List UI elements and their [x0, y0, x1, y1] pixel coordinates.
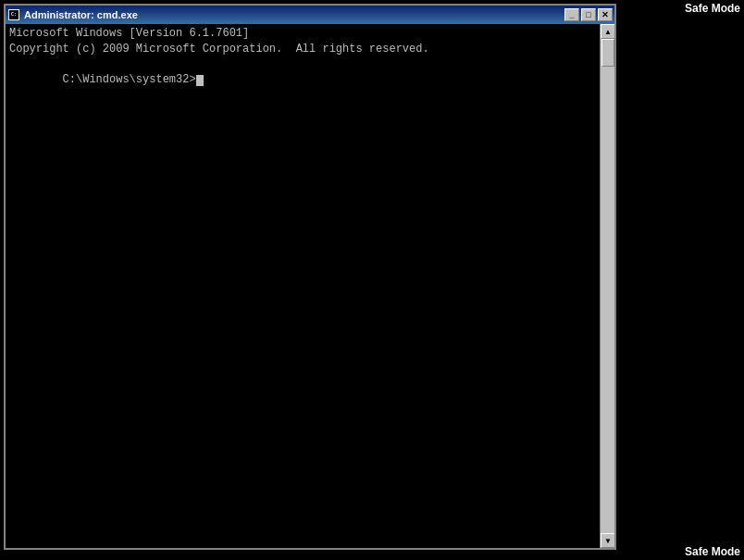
console-content[interactable]: Microsoft Windows [Version 6.1.7601] Cop… — [6, 24, 600, 548]
console-line-4: C:\Windows\system32> — [9, 57, 596, 104]
cmd-window-icon — [7, 8, 20, 21]
scroll-up-button[interactable]: ▲ — [601, 24, 614, 39]
scroll-track[interactable] — [601, 39, 614, 533]
console-area: Microsoft Windows [Version 6.1.7601] Cop… — [6, 24, 614, 548]
safe-mode-bottom-right-label: Safe Mode — [685, 545, 740, 558]
maximize-button[interactable]: □ — [581, 8, 596, 21]
console-line-2: Copyright (c) 2009 Microsoft Corporation… — [9, 42, 596, 57]
title-bar: Administrator: cmd.exe _ □ ✕ — [6, 6, 614, 24]
console-line-1: Microsoft Windows [Version 6.1.7601] — [9, 26, 596, 42]
cmd-icon — [8, 9, 19, 20]
prompt-text: C:\Windows\system32> — [63, 73, 196, 86]
scroll-down-button[interactable]: ▼ — [601, 533, 614, 548]
scroll-thumb[interactable] — [601, 39, 614, 67]
close-button[interactable]: ✕ — [598, 8, 613, 21]
window-title: Administrator: cmd.exe — [24, 9, 138, 20]
minimize-button[interactable]: _ — [564, 8, 579, 21]
cursor — [196, 75, 204, 86]
scrollbar: ▲ ▼ — [600, 24, 614, 548]
title-bar-buttons: _ □ ✕ — [564, 8, 613, 21]
title-bar-left: Administrator: cmd.exe — [7, 8, 138, 21]
cmd-window: Administrator: cmd.exe _ □ ✕ Microsoft W… — [4, 4, 616, 550]
safe-mode-top-right-label: Safe Mode — [685, 2, 740, 15]
